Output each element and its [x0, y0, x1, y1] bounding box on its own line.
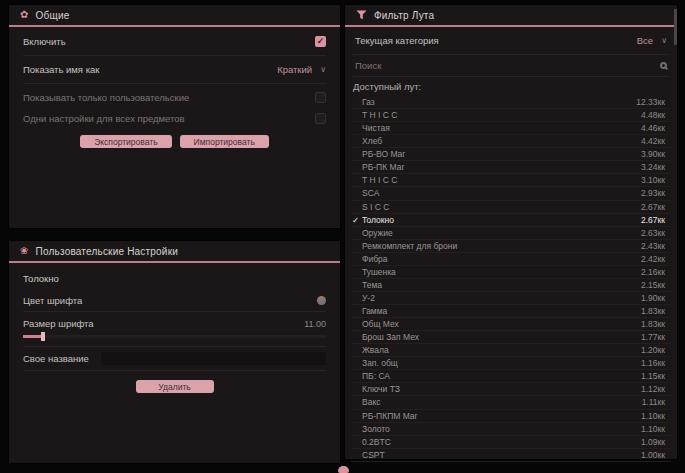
slider-thumb[interactable] [41, 332, 45, 341]
panel-title: Фильтр Лута [374, 10, 434, 21]
loot-item[interactable]: РБ-ВО Маг3.90кк [351, 148, 671, 161]
chevron-down-icon: ∨ [661, 36, 667, 45]
loot-item-name: Чистая [362, 123, 641, 133]
loot-item[interactable]: Газ12.33кк [351, 96, 671, 109]
loot-item-value: 1.00кк [641, 450, 665, 460]
loot-item[interactable]: Брош Зап Мех1.77кк [351, 331, 671, 344]
loot-item-value: 1.90кк [641, 293, 665, 303]
selected-item-name: Толокно [23, 263, 326, 290]
color-wheel-icon[interactable] [317, 296, 326, 305]
custom-settings-header: ❀ Пользовательские Настройки [9, 241, 340, 263]
loot-item-value: 1.09кк [641, 437, 665, 447]
loot-item[interactable]: Зап. общ1.16кк [351, 357, 671, 370]
loot-item-name: Ремкомплект для брони [362, 241, 641, 251]
chevron-down-icon: ∨ [320, 65, 326, 74]
loot-item[interactable]: Т Н I С С3.10кк [351, 174, 671, 187]
loot-item[interactable]: ✓Толокно2.67кк [351, 214, 671, 227]
loot-item[interactable]: Ключи ТЗ1.12кк [351, 383, 671, 396]
loot-item-name: Газ [362, 97, 636, 107]
loot-item[interactable]: Чистая4.46кк [351, 122, 671, 135]
loot-item[interactable]: РБ-ПКПМ Маг1.10кк [351, 410, 671, 423]
name-display-value: Краткий [277, 64, 312, 75]
loot-item-name: Ключи ТЗ [362, 384, 641, 394]
loot-item-name: РБ-ПКПМ Маг [362, 411, 641, 421]
palette-icon: ❀ [20, 246, 29, 256]
loot-item-value: 4.48кк [641, 110, 665, 120]
loot-item[interactable]: Тема2.15кк [351, 279, 671, 292]
loot-item-value: 3.24кк [641, 162, 665, 172]
loot-item-name: CSPT [362, 450, 641, 460]
panel-title: Общие [36, 10, 70, 21]
loot-item-value: 3.10кк [641, 175, 665, 185]
general-panel: ✿ Общие Включить ✓ Показать имя как Крат… [8, 4, 341, 229]
loot-item-value: 1.11кк [642, 397, 665, 407]
check-icon: ✓ [317, 36, 325, 46]
loot-item-value: 1.10кк [641, 424, 665, 434]
loot-item[interactable]: ПБ: СА1.15кк [351, 370, 671, 383]
category-dropdown[interactable]: Все ∨ [637, 35, 667, 46]
name-display-dropdown[interactable]: Краткий ∨ [277, 64, 326, 75]
loot-item[interactable]: РБ-ПК Маг3.24кк [351, 161, 671, 174]
loot-item-value: 1.15кк [641, 371, 665, 381]
loot-item[interactable]: Ремкомплект для брони2.43кк [351, 240, 671, 253]
font-size-value: 11.00 [304, 319, 326, 329]
loot-item-name: Зап. общ [362, 358, 641, 368]
loot-item-value: 2.63кк [641, 228, 665, 238]
loot-item[interactable]: Фибра2.42кк [351, 253, 671, 266]
custom-settings-panel: ❀ Пользовательские Настройки Толокно Цве… [8, 240, 341, 464]
enable-checkbox[interactable]: ✓ [315, 36, 326, 47]
loot-item-name: Фибра [362, 254, 641, 264]
loot-item[interactable]: S I С С2.67кк [351, 201, 671, 214]
loot-item-value: 4.46кк [641, 123, 665, 133]
loot-item[interactable]: Хлеб4.42кк [351, 135, 671, 148]
loot-item[interactable]: SCA2.93кк [351, 187, 671, 200]
loot-item-name: SCA [362, 188, 641, 198]
loot-item-value: 1.83кк [641, 306, 665, 316]
funnel-icon [356, 10, 367, 20]
loot-item[interactable]: Золото1.10кк [351, 423, 671, 436]
loot-item[interactable]: Общ Мех1.83кк [351, 318, 671, 331]
loot-item-name: Тема [362, 280, 641, 290]
only-custom-checkbox[interactable] [315, 92, 326, 103]
same-for-all-checkbox[interactable] [315, 113, 326, 124]
loot-filter-panel: Фильтр Лута Текущая категория Все ∨ Дост… [344, 4, 678, 460]
slider-track [23, 335, 326, 338]
delete-button[interactable]: Удалить [136, 380, 214, 393]
loot-item-name: РБ-ВО Маг [362, 149, 641, 159]
font-size-row: Размер шрифта 11.00 [23, 312, 326, 347]
import-button[interactable]: Импортировать [180, 135, 269, 148]
scrollbar-thumb[interactable] [674, 9, 677, 45]
loot-item[interactable]: Вакс1.11кк [351, 396, 671, 409]
same-for-all-label: Одни настройки для всех предметов [23, 113, 185, 124]
loot-item[interactable]: У-21.90кк [351, 292, 671, 305]
custom-name-input[interactable] [101, 352, 326, 365]
export-button[interactable]: Экспортировать [80, 135, 171, 148]
loot-item-value: 1.16кк [641, 358, 665, 368]
loot-item-value: 1.10кк [641, 411, 665, 421]
loot-item-name: Оружие [362, 228, 641, 238]
font-size-slider[interactable] [23, 332, 326, 342]
loot-item[interactable]: Т Н I С С4.48кк [351, 109, 671, 122]
loot-item-value: 1.20кк [641, 345, 665, 355]
hidden-panel-icon [338, 466, 349, 473]
search-input[interactable] [355, 60, 660, 71]
loot-item[interactable]: 0.2BTC1.09кк [351, 436, 671, 449]
loot-item[interactable]: Гамма1.83кк [351, 305, 671, 318]
font-color-row[interactable]: Цвет шрифта [23, 290, 326, 312]
search-icon[interactable] [660, 62, 667, 69]
loot-item-value: 1.83кк [641, 319, 665, 329]
loot-item[interactable]: Тушенка2.16кк [351, 266, 671, 279]
loot-item-name: 0.2BTC [362, 437, 641, 447]
loot-item-name: Т Н I С С [362, 110, 641, 120]
loot-item[interactable]: CSPT1.00кк [351, 449, 671, 462]
loot-item[interactable]: Жвала1.20кк [351, 344, 671, 357]
loot-item-name: У-2 [362, 293, 641, 303]
loot-item-name: Хлеб [362, 136, 641, 146]
category-value: Все [637, 35, 653, 46]
loot-item-name: Золото [362, 424, 641, 434]
loot-item-name: Общ Мех [362, 319, 641, 329]
check-icon: ✓ [352, 215, 359, 225]
font-color-label: Цвет шрифта [23, 295, 82, 306]
loot-item[interactable]: Оружие2.63кк [351, 227, 671, 240]
loot-item-name: Вакс [362, 397, 642, 407]
